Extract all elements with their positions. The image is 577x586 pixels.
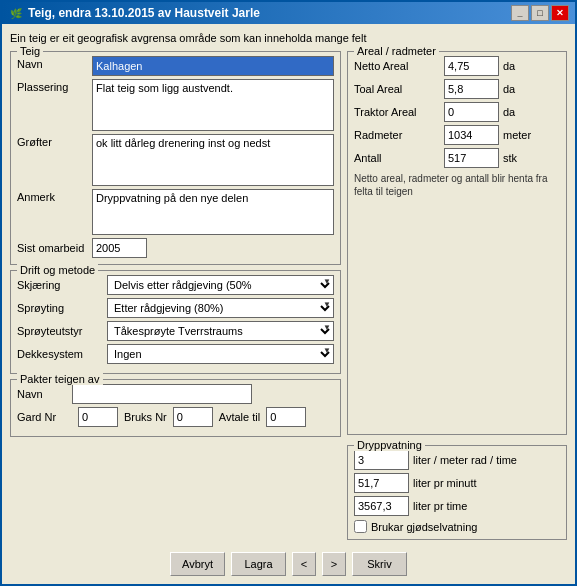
page-description: Ein teig er eit geografisk avgrensa områ… bbox=[10, 30, 567, 46]
grøfter-label: Grøfter bbox=[17, 134, 92, 148]
maximize-button[interactable]: □ bbox=[531, 5, 549, 21]
bruks-label: Bruks Nr bbox=[124, 411, 167, 423]
sprøyteutstyr-wrapper: Tåkesprøyte Tverrstraums bbox=[107, 321, 334, 341]
next-button[interactable]: > bbox=[322, 552, 346, 576]
antall-input[interactable] bbox=[444, 148, 499, 168]
anmerk-row: Anmerk Dryppvatning på den nye delen bbox=[17, 189, 334, 235]
gjødselvatning-checkbox[interactable] bbox=[354, 520, 367, 533]
skriv-label: Skriv bbox=[367, 558, 391, 570]
dekkesystem-select[interactable]: Ingen bbox=[107, 344, 334, 364]
teig-group-title: Teig bbox=[17, 45, 43, 57]
window-icon: 🌿 bbox=[8, 5, 24, 21]
traktor-unit: da bbox=[503, 106, 515, 118]
sprøyteutstyr-row: Sprøyteutstyr Tåkesprøyte Tverrstraums bbox=[17, 321, 334, 341]
areal-note: Netto areal, radmeter og antall blir hen… bbox=[354, 172, 560, 198]
antall-unit: stk bbox=[503, 152, 517, 164]
dryppvatning-group: Dryppvatning liter / meter rad / time li… bbox=[347, 445, 567, 540]
prev-button[interactable]: < bbox=[292, 552, 316, 576]
avbryt-label: Avbryt bbox=[182, 558, 213, 570]
main-window: 🌿 Teig, endra 13.10.2015 av Haustveit Ja… bbox=[0, 0, 577, 586]
pakter-navn-label: Navn bbox=[17, 388, 72, 400]
drypp-row3: liter pr time bbox=[354, 496, 560, 516]
drypp-row1: liter / meter rad / time bbox=[354, 450, 560, 470]
pakter-group-title: Pakter teigen av bbox=[17, 373, 103, 385]
skjæring-row: Skjæring Delvis etter rådgjeving (50% bbox=[17, 275, 334, 295]
plassering-input[interactable]: Flat teig som ligg austvendt. bbox=[92, 79, 334, 131]
main-area: Teig Navn Plassering Flat teig som ligg … bbox=[10, 51, 567, 540]
bottom-bar: Avbryt Lagra < > Skriv bbox=[2, 546, 575, 584]
sist-input[interactable] bbox=[92, 238, 147, 258]
anmerk-label: Anmerk bbox=[17, 189, 92, 203]
drypp-input3[interactable] bbox=[354, 496, 409, 516]
sist-label: Sist omarbeid bbox=[17, 242, 92, 254]
plassering-row: Plassering Flat teig som ligg austvendt. bbox=[17, 79, 334, 131]
plassering-label: Plassering bbox=[17, 79, 92, 93]
drypp-unit2: liter pr minutt bbox=[413, 477, 477, 489]
netto-label: Netto Areal bbox=[354, 60, 444, 72]
grøfter-row: Grøfter ok litt dårleg drenering inst og… bbox=[17, 134, 334, 186]
toal-input[interactable] bbox=[444, 79, 499, 99]
toal-unit: da bbox=[503, 83, 515, 95]
anmerk-input[interactable]: Dryppvatning på den nye delen bbox=[92, 189, 334, 235]
toal-label: Toal Areal bbox=[354, 83, 444, 95]
traktor-label: Traktor Areal bbox=[354, 106, 444, 118]
dekkesystem-wrapper: Ingen bbox=[107, 344, 334, 364]
lagra-label: Lagra bbox=[244, 558, 272, 570]
antall-row: Antall stk bbox=[354, 148, 560, 168]
toal-row: Toal Areal da bbox=[354, 79, 560, 99]
sprøyteutstyr-select[interactable]: Tåkesprøyte Tverrstraums bbox=[107, 321, 334, 341]
sprøyteutstyr-label: Sprøyteutstyr bbox=[17, 325, 107, 337]
lagra-button[interactable]: Lagra bbox=[231, 552, 286, 576]
radmeter-label: Radmeter bbox=[354, 129, 444, 141]
main-content: Ein teig er eit geografisk avgrensa områ… bbox=[2, 24, 575, 546]
drypp-unit3: liter pr time bbox=[413, 500, 467, 512]
sprøyting-row: Sprøyting Etter rådgjeving (80%) bbox=[17, 298, 334, 318]
sist-row: Sist omarbeid bbox=[17, 238, 334, 258]
pakter-gard-input[interactable] bbox=[78, 407, 118, 427]
traktor-row: Traktor Areal da bbox=[354, 102, 560, 122]
avbryt-button[interactable]: Avbryt bbox=[170, 552, 225, 576]
drypp-input2[interactable] bbox=[354, 473, 409, 493]
dekkesystem-row: Dekkesystem Ingen bbox=[17, 344, 334, 364]
minimize-button[interactable]: _ bbox=[511, 5, 529, 21]
traktor-input[interactable] bbox=[444, 102, 499, 122]
skriv-button[interactable]: Skriv bbox=[352, 552, 407, 576]
skjæring-wrapper: Delvis etter rådgjeving (50% bbox=[107, 275, 334, 295]
areal-group: Areal / radmeter Netto Areal da Toal Are… bbox=[347, 51, 567, 435]
avtale-label: Avtale til bbox=[219, 411, 260, 423]
sprøyting-label: Sprøyting bbox=[17, 302, 107, 314]
sprøyting-select[interactable]: Etter rådgjeving (80%) bbox=[107, 298, 334, 318]
navn-input[interactable] bbox=[92, 56, 334, 76]
pakter-navn-row: Navn bbox=[17, 384, 334, 404]
drypp-input1[interactable] bbox=[354, 450, 409, 470]
drift-group: Drift og metode Skjæring Delvis etter rå… bbox=[10, 270, 341, 374]
grøfter-input[interactable]: ok litt dårleg drenering inst og nedst bbox=[92, 134, 334, 186]
areal-group-title: Areal / radmeter bbox=[354, 45, 439, 57]
netto-row: Netto Areal da bbox=[354, 56, 560, 76]
checkbox-label: Brukar gjødselvatning bbox=[371, 521, 477, 533]
close-button[interactable]: ✕ bbox=[551, 5, 569, 21]
navn-row: Navn bbox=[17, 56, 334, 76]
window-controls: _ □ ✕ bbox=[511, 5, 569, 21]
pakter-navn-input[interactable] bbox=[72, 384, 252, 404]
radmeter-input[interactable] bbox=[444, 125, 499, 145]
radmeter-row: Radmeter meter bbox=[354, 125, 560, 145]
pakter-gard-label: Gard Nr bbox=[17, 411, 72, 423]
pakter-group: Pakter teigen av Navn Gard Nr Bruks Nr A… bbox=[10, 379, 341, 437]
sprøyting-wrapper: Etter rådgjeving (80%) bbox=[107, 298, 334, 318]
skjæring-select[interactable]: Delvis etter rådgjeving (50% bbox=[107, 275, 334, 295]
right-column: Areal / radmeter Netto Areal da Toal Are… bbox=[347, 51, 567, 540]
netto-input[interactable] bbox=[444, 56, 499, 76]
title-bar: 🌿 Teig, endra 13.10.2015 av Haustveit Ja… bbox=[2, 2, 575, 24]
navn-label: Navn bbox=[17, 56, 92, 70]
radmeter-unit: meter bbox=[503, 129, 531, 141]
antall-label: Antall bbox=[354, 152, 444, 164]
left-column: Teig Navn Plassering Flat teig som ligg … bbox=[10, 51, 341, 540]
drift-group-title: Drift og metode bbox=[17, 264, 98, 276]
next-label: > bbox=[331, 558, 337, 570]
pakter-bruks-input[interactable] bbox=[173, 407, 213, 427]
checkbox-row: Brukar gjødselvatning bbox=[354, 520, 560, 533]
pakter-avtale-input[interactable] bbox=[266, 407, 306, 427]
teig-group: Teig Navn Plassering Flat teig som ligg … bbox=[10, 51, 341, 265]
prev-label: < bbox=[301, 558, 307, 570]
